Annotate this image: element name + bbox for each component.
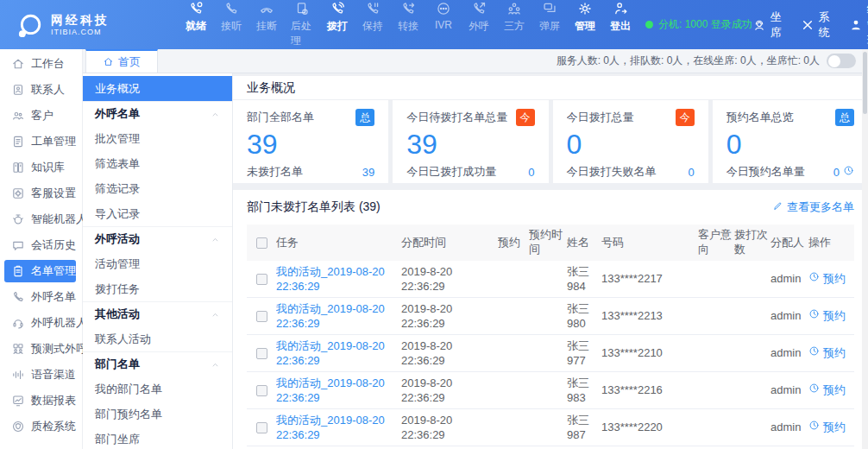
submenu-item[interactable]: 部门名单: [83, 351, 232, 376]
submenu-item[interactable]: 批次管理: [83, 126, 232, 151]
submenu-item[interactable]: 业务概况: [83, 76, 232, 101]
toolbar-button[interactable]: 拨打: [326, 1, 349, 48]
toolbar-button[interactable]: 弹屏: [538, 1, 561, 48]
sidebar-item[interactable]: 客户: [0, 103, 82, 129]
task-link[interactable]: 我的活动_2019-08-20 22:36:29: [276, 338, 394, 368]
toolbar-button-label: IVR: [435, 19, 452, 31]
toolbar-button[interactable]: 就绪: [185, 1, 207, 48]
submenu-item[interactable]: 活动管理: [83, 251, 232, 276]
submenu-item[interactable]: 筛选记录: [83, 176, 232, 201]
col-task: 任务: [276, 236, 401, 250]
toggle-knob: [828, 55, 840, 67]
toolbar-button[interactable]: IVR: [432, 1, 455, 48]
sidebar-item[interactable]: 会话历史: [0, 232, 82, 258]
pending-list-panel: 部门未拨打名单列表 (39) 查看更多名单 任务 分配时间 预约 预约时间: [233, 190, 868, 449]
toolbar-button[interactable]: 外呼: [468, 1, 490, 48]
system-icon: [801, 18, 815, 32]
submenu-item[interactable]: 外呼名单: [83, 101, 232, 126]
cell-assigner: admin: [771, 383, 808, 397]
reserve-action-link[interactable]: 预约: [808, 345, 854, 360]
contacts-icon: [11, 83, 25, 97]
toolbar-button[interactable]: 管理: [574, 1, 596, 48]
tab-home[interactable]: 首页: [85, 49, 158, 73]
submenu-item[interactable]: 部门预约名单: [83, 402, 232, 427]
row-checkbox[interactable]: [256, 348, 267, 359]
toolbar-button[interactable]: 登出: [609, 1, 632, 48]
sidebar-item[interactable]: 外呼机器人: [0, 310, 82, 336]
stat-card-title: 预约名单总览: [726, 110, 794, 125]
sidebar-item[interactable]: 名单管理: [4, 260, 76, 282]
cell-phone: 133****2220: [601, 420, 698, 434]
page-scrollbar[interactable]: [862, 49, 868, 449]
header-menu-item[interactable]: 坐席: [752, 9, 782, 41]
sidebar-item[interactable]: 客服设置: [0, 180, 82, 206]
col-assign-time: 分配时间: [401, 236, 498, 250]
submenu-item-label: 部门预约名单: [95, 407, 162, 422]
sidebar-item[interactable]: 工作台: [0, 51, 82, 77]
toolbar-button[interactable]: 保持: [362, 1, 384, 48]
toolbar-button[interactable]: 三方: [503, 1, 525, 48]
sidebar-item[interactable]: 数据报表: [0, 388, 82, 414]
row-checkbox[interactable]: [256, 385, 267, 396]
submenu-item-label: 外呼活动: [95, 231, 140, 247]
reserve-action-link[interactable]: 预约: [808, 420, 854, 434]
task-link[interactable]: 我的活动_2019-08-20 22:36:29: [276, 376, 394, 405]
sidebar-item[interactable]: 外呼名单: [0, 284, 82, 310]
submenu-item[interactable]: 筛选表单: [83, 151, 232, 176]
home-icon: [11, 57, 25, 71]
select-all-checkbox[interactable]: [256, 237, 267, 249]
main-sidebar: 工作台 联系人 客户 工单管理: [0, 49, 83, 449]
list-manage-icon: [11, 264, 25, 278]
reserve-action-link[interactable]: 预约: [808, 308, 854, 323]
header-menu-item[interactable]: 系统: [801, 9, 830, 41]
task-link[interactable]: 我的活动_2019-08-20 22:36:29: [276, 413, 394, 442]
sidebar-item[interactable]: 智能机器人: [0, 206, 82, 232]
submenu-item[interactable]: 联系人活动: [83, 326, 232, 351]
sidebar-item[interactable]: 预测式外呼: [0, 336, 82, 362]
view-more-link[interactable]: 查看更多名单: [772, 199, 854, 215]
scrollbar-thumb[interactable]: [863, 52, 867, 114]
toolbar-button[interactable]: 挂断: [255, 1, 278, 48]
sidebar-item[interactable]: 联系人: [0, 77, 82, 103]
clock-icon: [808, 271, 820, 286]
outbound-list-icon: [11, 290, 25, 304]
submenu-item[interactable]: 拨打任务: [83, 276, 232, 301]
agents-toggle[interactable]: [827, 54, 856, 68]
top-header-bar: 网经科技 ITIBIA.COM 就绪 接听 挂断: [0, 0, 868, 49]
toolbar-button[interactable]: 后处理: [291, 1, 313, 48]
sidebar-item[interactable]: 知识库: [0, 155, 82, 180]
cell-assign-time: 2019-8-20 22:36:29: [401, 376, 498, 405]
tab-label: 首页: [118, 54, 141, 70]
task-link[interactable]: 我的活动_2019-08-20 22:36:29: [276, 301, 394, 331]
stat-card-footer-value: 0: [689, 166, 695, 179]
toolbar-button[interactable]: 接听: [220, 1, 242, 48]
cell-name: 张三 977: [567, 338, 601, 368]
stat-card-badge: 总: [355, 109, 374, 126]
ready-icon: [188, 1, 204, 16]
submenu-item[interactable]: 导入记录: [83, 201, 232, 226]
row-checkbox[interactable]: [256, 274, 267, 285]
sidebar-item[interactable]: 语音渠道: [0, 362, 82, 388]
submenu-item-label: 我的部门名单: [95, 382, 162, 397]
caret-up-icon: [211, 110, 220, 119]
submenu-item[interactable]: 外呼活动: [83, 226, 232, 251]
submenu-item[interactable]: 部门坐席: [83, 427, 232, 449]
toolbar-button-label: 外呼: [469, 19, 489, 34]
stat-card-value: 0: [726, 130, 854, 158]
reserve-action-link[interactable]: 预约: [808, 271, 854, 286]
reserve-action-link[interactable]: 预约: [808, 383, 854, 397]
sidebar-item[interactable]: 质检系统: [0, 414, 82, 440]
submenu-item[interactable]: 我的部门名单: [83, 376, 232, 402]
aftercare-icon: [294, 1, 310, 16]
submenu-item[interactable]: 其他活动: [83, 301, 232, 326]
task-link[interactable]: 我的活动_2019-08-20 22:36:29: [276, 264, 394, 294]
row-checkbox[interactable]: [256, 311, 267, 322]
sidebar-item[interactable]: 工单管理: [0, 129, 82, 155]
toolbar-button-label: 弹屏: [539, 19, 560, 34]
hold-icon: [365, 1, 381, 16]
sidebar-item-label: 外呼名单: [31, 289, 76, 305]
stat-card-footer-label: 今日预约名单量: [726, 164, 805, 180]
agent-stats: 服务人数: 0人，排队数: 0人，在线坐席: 0人，坐席忙: 0人: [557, 49, 856, 73]
row-checkbox[interactable]: [256, 422, 267, 433]
toolbar-button[interactable]: 转接: [397, 1, 419, 48]
